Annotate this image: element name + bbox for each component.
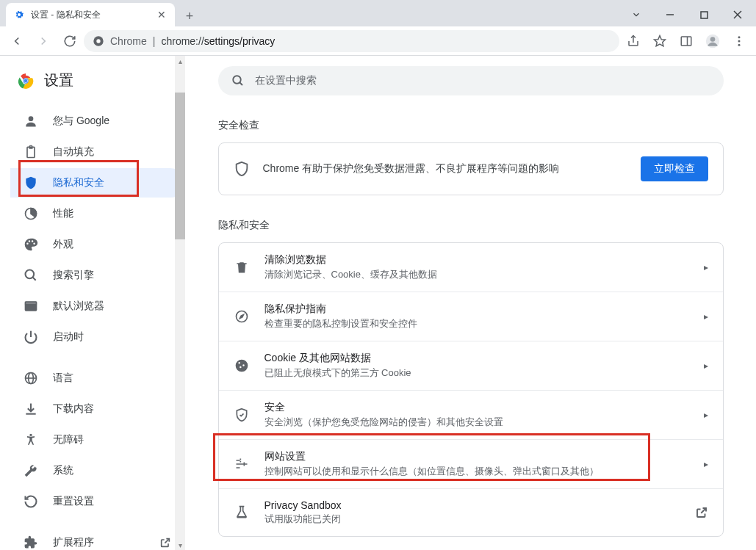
sidebar-item-performance[interactable]: 性能 <box>10 199 185 228</box>
svg-point-19 <box>29 116 34 121</box>
side-panel-icon[interactable] <box>674 29 699 54</box>
svg-point-18 <box>24 79 28 82</box>
safety-check-card: Chrome 有助于保护您免受数据泄露、不良扩展程序等问题的影响 立即检查 <box>218 142 724 195</box>
row-subtitle: 试用版功能已关闭 <box>264 513 680 526</box>
sidebar-item-label: 隐私和安全 <box>53 176 104 189</box>
scrollbar-thumb[interactable] <box>175 93 185 239</box>
row-privacy-sandbox[interactable]: Privacy Sandbox试用版功能已关闭 <box>219 488 723 536</box>
window-controls <box>619 3 756 26</box>
url-bar[interactable]: Chrome | chrome://settings/privacy <box>84 30 619 52</box>
sidebar-item-extensions[interactable]: 扩展程序 <box>10 528 185 550</box>
maximize-button[interactable] <box>687 3 721 26</box>
close-tab-icon[interactable]: ✕ <box>156 9 168 21</box>
safety-check-heading: 安全检查 <box>218 119 724 132</box>
svg-point-14 <box>738 43 741 46</box>
scroll-down-icon[interactable]: ▾ <box>175 540 185 550</box>
row-subtitle: 检查重要的隐私控制设置和安全控件 <box>264 317 689 330</box>
forward-button[interactable] <box>31 29 56 54</box>
svg-marker-7 <box>655 35 666 46</box>
restore-icon <box>24 494 38 509</box>
check-now-button[interactable]: 立即检查 <box>641 156 708 181</box>
shield-check-icon <box>234 407 250 423</box>
chrome-logo-icon <box>93 35 104 47</box>
back-button[interactable] <box>4 29 29 54</box>
tab-title: 设置 - 隐私和安全 <box>31 9 101 21</box>
open-external-icon <box>695 506 708 519</box>
row-subtitle: 已阻止无痕模式下的第三方 Cookie <box>264 366 689 380</box>
row-subtitle: 安全浏览（保护您免受危险网站的侵害）和其他安全设置 <box>264 416 689 429</box>
svg-line-32 <box>240 82 242 85</box>
row-clear-browsing-data[interactable]: 清除浏览数据清除浏览记录、Cookie、缓存及其他数据 ▸ <box>219 243 723 292</box>
reload-button[interactable] <box>57 29 82 54</box>
sidebar-item-label: 性能 <box>53 207 73 220</box>
svg-point-13 <box>738 40 741 42</box>
chevron-right-icon: ▸ <box>704 361 708 371</box>
svg-point-31 <box>233 76 241 84</box>
share-icon[interactable] <box>621 29 646 54</box>
safety-check-text: Chrome 有助于保护您免受数据泄露、不良扩展程序等问题的影响 <box>263 162 627 176</box>
chevron-down-icon[interactable] <box>619 3 653 26</box>
browser-toolbar: Chrome | chrome://settings/privacy <box>0 26 756 56</box>
chevron-right-icon: ▸ <box>704 459 708 469</box>
new-tab-button[interactable]: + <box>179 6 200 26</box>
trash-icon <box>234 259 250 275</box>
power-icon <box>24 330 38 344</box>
row-cookies[interactable]: Cookie 及其他网站数据已阻止无痕模式下的第三方 Cookie ▸ <box>219 341 723 390</box>
sidebar-item-default-browser[interactable]: 默认浏览器 <box>10 292 185 321</box>
sidebar-item-downloads[interactable]: 下载内容 <box>10 394 185 424</box>
sidebar-item-appearance[interactable]: 外观 <box>10 230 185 259</box>
sidebar-item-search-engine[interactable]: 搜索引擎 <box>10 261 185 290</box>
privacy-security-card: 清除浏览数据清除浏览记录、Cookie、缓存及其他数据 ▸ 隐私保护指南检查重要… <box>218 242 724 537</box>
settings-search-input[interactable]: 在设置中搜索 <box>218 66 724 95</box>
sidebar-item-you-and-google[interactable]: 您与 Google <box>10 106 185 136</box>
row-title: Privacy Sandbox <box>264 499 680 511</box>
open-external-icon <box>159 536 172 549</box>
content-area: 设置 您与 Google 自动填充 隐私和安全 性能 外观 <box>0 56 756 550</box>
profile-avatar-icon[interactable] <box>700 29 725 54</box>
sidebar-item-label: 搜索引擎 <box>53 269 94 282</box>
sidebar-item-reset[interactable]: 重置设置 <box>10 487 185 516</box>
browser-window-icon <box>24 299 38 314</box>
sidebar-item-privacy-security[interactable]: 隐私和安全 <box>10 168 185 198</box>
kebab-menu-icon[interactable] <box>727 29 752 54</box>
url-divider: | <box>153 35 156 47</box>
row-title: 隐私保护指南 <box>264 303 689 316</box>
sidebar-item-autofill[interactable]: 自动填充 <box>10 137 185 167</box>
svg-point-12 <box>738 36 741 38</box>
sidebar-item-accessibility[interactable]: 无障碍 <box>10 425 185 455</box>
scroll-up-icon[interactable]: ▴ <box>175 56 185 66</box>
sidebar-item-label: 外观 <box>53 238 73 251</box>
chevron-right-icon: ▸ <box>704 410 708 420</box>
row-site-settings[interactable]: 网站设置控制网站可以使用和显示什么信息（如位置信息、摄像头、弹出式窗口及其他） … <box>219 439 723 488</box>
sidebar-item-label: 下载内容 <box>53 402 94 416</box>
sidebar-item-label: 重置设置 <box>53 495 94 508</box>
sidebar-item-label: 扩展程序 <box>53 536 94 549</box>
sidebar-title: 设置 <box>44 70 73 90</box>
bookmark-star-icon[interactable] <box>647 29 672 54</box>
row-security[interactable]: 安全安全浏览（保护您免受危险网站的侵害）和其他安全设置 ▸ <box>219 390 723 439</box>
sidebar-item-label: 默认浏览器 <box>53 300 104 313</box>
sidebar-scrollbar[interactable]: ▴ ▾ <box>175 56 185 550</box>
window-titlebar: 设置 - 隐私和安全 ✕ + <box>0 0 756 26</box>
shield-icon <box>24 176 38 190</box>
url-scheme-label: Chrome <box>110 35 147 47</box>
globe-icon <box>24 371 38 386</box>
sidebar-item-label: 系统 <box>53 464 73 477</box>
browser-tab[interactable]: 设置 - 隐私和安全 ✕ <box>6 3 175 26</box>
sidebar-item-label: 自动填充 <box>53 145 94 159</box>
row-title: 安全 <box>264 401 689 414</box>
row-privacy-guide[interactable]: 隐私保护指南检查重要的隐私控制设置和安全控件 ▸ <box>219 292 723 341</box>
palette-icon <box>24 237 38 252</box>
accessibility-icon <box>24 433 38 447</box>
sidebar-item-on-startup[interactable]: 启动时 <box>10 322 185 352</box>
sidebar-item-languages[interactable]: 语言 <box>10 363 185 393</box>
sidebar-item-label: 无障碍 <box>53 433 84 446</box>
svg-point-11 <box>710 37 716 42</box>
sidebar-header: 设置 <box>0 56 185 101</box>
sidebar-item-system[interactable]: 系统 <box>10 456 185 485</box>
minimize-button[interactable] <box>653 3 687 26</box>
search-icon <box>24 268 38 283</box>
shield-icon <box>234 161 250 177</box>
chevron-right-icon: ▸ <box>704 311 708 322</box>
close-window-button[interactable] <box>721 3 755 26</box>
